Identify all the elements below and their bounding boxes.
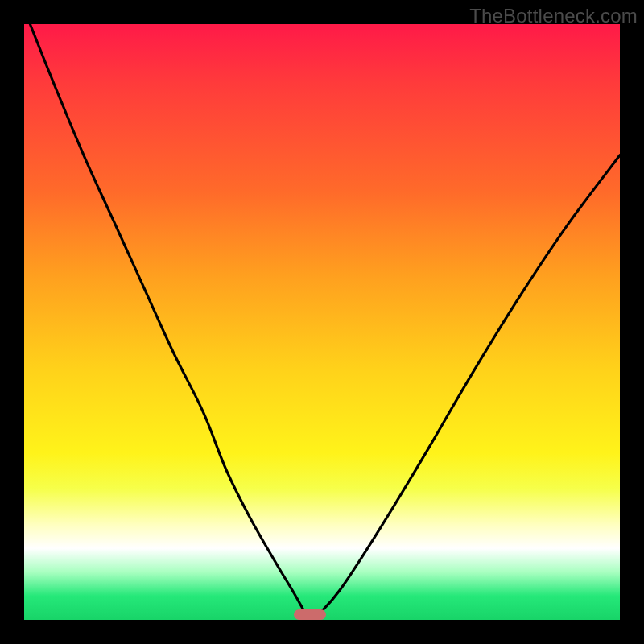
left-curve <box>30 24 310 620</box>
minimum-marker <box>294 609 326 620</box>
curve-layer <box>24 24 620 620</box>
right-curve <box>310 155 620 620</box>
chart-frame: TheBottleneck.com <box>0 0 644 644</box>
plot-area <box>24 24 620 620</box>
